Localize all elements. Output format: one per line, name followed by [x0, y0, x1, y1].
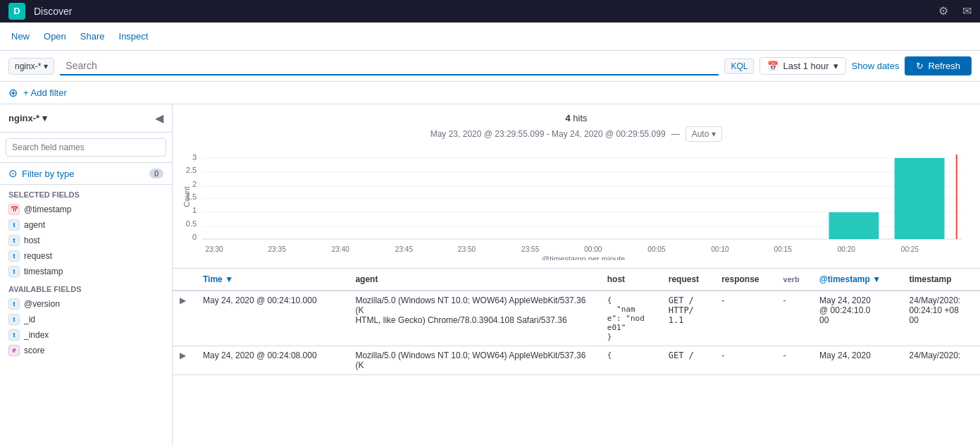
field-item-timestamp2[interactable]: t timestamp	[0, 264, 172, 279]
svg-rect-15	[829, 212, 879, 239]
svg-text:23:40: 23:40	[332, 245, 350, 253]
expand-cell: ▶	[173, 291, 196, 346]
show-dates-button[interactable]: Show dates	[852, 61, 900, 71]
time-range-bar: May 23, 2020 @ 23:29:55.099 - May 24, 20…	[184, 126, 969, 142]
available-fields-label: Available fields	[0, 279, 172, 296]
content-area: 4 hits May 23, 2020 @ 23:29:55.099 - May…	[173, 104, 980, 445]
filter-bar: ⊕ + Add filter	[0, 82, 980, 104]
chart-header: 4 hits	[184, 113, 969, 123]
field-item-id[interactable]: t _id	[0, 312, 172, 327]
chart-container: 3 2.5 2 1.5 1 0.5 0 Count	[184, 147, 969, 262]
field-type-badge-t: t	[8, 235, 20, 246]
time-range-dash: —	[671, 129, 680, 139]
filter-type-row[interactable]: ⊙ Filter by type 0	[0, 163, 172, 185]
sidebar: nginx-* ▾ ◀ ⊙ Filter by type 0 Selected …	[0, 104, 173, 445]
svg-text:3: 3	[192, 153, 197, 161]
svg-text:0.5: 0.5	[186, 219, 197, 228]
expand-button[interactable]: ▶	[180, 350, 186, 360]
host-cell: {	[600, 346, 662, 375]
filter-type-badge: 0	[149, 169, 163, 178]
field-name: @version	[24, 299, 60, 309]
search-input[interactable]	[60, 57, 719, 74]
time-col-header[interactable]: Time ▼	[196, 269, 348, 291]
nav-open[interactable]: Open	[44, 28, 66, 44]
auto-chevron: ▾	[712, 129, 716, 139]
field-type-badge-t: t	[8, 298, 20, 310]
svg-text:23:50: 23:50	[458, 245, 476, 253]
expand-col-header	[173, 269, 196, 291]
svg-text:2: 2	[192, 180, 197, 188]
field-item-version[interactable]: t @version	[0, 296, 172, 312]
sidebar-header: nginx-* ▾ ◀	[0, 104, 172, 133]
table-row: ▶ May 24, 2020 @ 00:24:08.000 Mozilla/5.…	[173, 346, 980, 375]
expand-cell: ▶	[173, 346, 196, 375]
svg-text:23:55: 23:55	[521, 245, 540, 253]
sidebar-index-name[interactable]: nginx-* ▾	[8, 113, 47, 123]
results-table: Time ▼ agent host request response verb …	[173, 269, 980, 375]
expand-button[interactable]: ▶	[180, 295, 186, 305]
hits-label: hits	[573, 113, 587, 123]
svg-text:00:25: 00:25	[901, 245, 919, 253]
svg-text:23:30: 23:30	[205, 245, 223, 253]
svg-text:00:10: 00:10	[711, 245, 729, 253]
add-filter-button[interactable]: + Add filter	[23, 87, 67, 98]
agent-cell: Mozilla/5.0 (Windows NT 10.0; WOW64) App…	[348, 291, 600, 346]
sidebar-collapse-button[interactable]: ◀	[155, 111, 163, 125]
auto-select[interactable]: Auto ▾	[686, 126, 723, 142]
timestamp-cell: 24/May/2020:00:24:10 +0800	[902, 291, 980, 346]
nav-share[interactable]: Share	[80, 28, 105, 44]
svg-text:Count: Count	[184, 186, 191, 207]
top-bar: D Discover ⚙ ✉	[0, 0, 980, 23]
time-cell: May 24, 2020 @ 00:24:10.000	[196, 291, 348, 346]
time-range-text: May 23, 2020 @ 23:29:55.099 - May 24, 20…	[430, 129, 666, 139]
at-timestamp-cell: May 24, 2020	[812, 346, 902, 375]
gear-icon[interactable]: ⚙	[938, 4, 948, 18]
at-timestamp-cell: May 24, 2020@ 00:24:10.000	[812, 291, 902, 346]
field-item-host[interactable]: t host	[0, 233, 172, 248]
time-label: Last 1 hour	[783, 61, 829, 71]
app-title: Discover	[34, 6, 72, 17]
app-icon: D	[8, 3, 25, 20]
verb-col-header: verb	[776, 269, 813, 291]
timestamp-col-header: timestamp	[902, 269, 980, 291]
main-layout: nginx-* ▾ ◀ ⊙ Filter by type 0 Selected …	[0, 104, 980, 445]
index-selector-label: nginx-*	[15, 61, 41, 71]
field-item-agent[interactable]: t agent	[0, 217, 172, 233]
refresh-button[interactable]: ↻ Refresh	[905, 56, 972, 75]
results-area: Time ▼ agent host request response verb …	[173, 269, 980, 445]
at-timestamp-col-header[interactable]: @timestamp ▼	[812, 269, 902, 291]
svg-text:2.5: 2.5	[186, 166, 197, 174]
histogram-chart: 3 2.5 2 1.5 1 0.5 0 Count	[184, 147, 969, 260]
filter-type-icon: ⊙	[8, 167, 18, 180]
field-name: _index	[24, 330, 49, 340]
mail-icon[interactable]: ✉	[962, 4, 972, 18]
nav-new[interactable]: New	[11, 28, 30, 44]
svg-text:00:00: 00:00	[584, 245, 602, 253]
filter-type-label: Filter by type	[22, 169, 149, 179]
timestamp-cell: 24/May/2020:	[902, 346, 980, 375]
request-cell: GET /HTTP/1.1	[662, 291, 714, 346]
field-item-index[interactable]: t _index	[0, 327, 172, 343]
response-cell: -	[714, 291, 776, 346]
search-input-wrap	[60, 57, 719, 75]
search-fields-input[interactable]	[6, 138, 166, 157]
index-selector[interactable]: nginx-* ▾	[8, 58, 54, 75]
field-list: Selected fields 📅 @timestamp t agent t h…	[0, 185, 172, 445]
field-type-badge-t: t	[8, 250, 20, 262]
field-item-score[interactable]: # score	[0, 343, 172, 358]
filter-icon[interactable]: ⊕	[8, 86, 18, 99]
time-picker[interactable]: 📅 Last 1 hour ▾	[759, 57, 845, 75]
host-col-header: host	[600, 269, 662, 291]
nav-inspect[interactable]: Inspect	[119, 28, 149, 44]
svg-text:23:45: 23:45	[395, 245, 414, 253]
field-item-request[interactable]: t request	[0, 248, 172, 264]
field-type-badge-t: t	[8, 266, 20, 277]
calendar-icon: 📅	[767, 61, 779, 71]
svg-text:@timestamp per minute: @timestamp per minute	[542, 255, 625, 260]
svg-text:00:15: 00:15	[774, 245, 793, 253]
field-item-timestamp[interactable]: 📅 @timestamp	[0, 202, 172, 217]
request-col-header: request	[662, 269, 714, 291]
kql-badge[interactable]: KQL	[724, 59, 754, 74]
field-type-badge-t: t	[8, 314, 20, 325]
request-cell: GET /	[662, 346, 714, 375]
